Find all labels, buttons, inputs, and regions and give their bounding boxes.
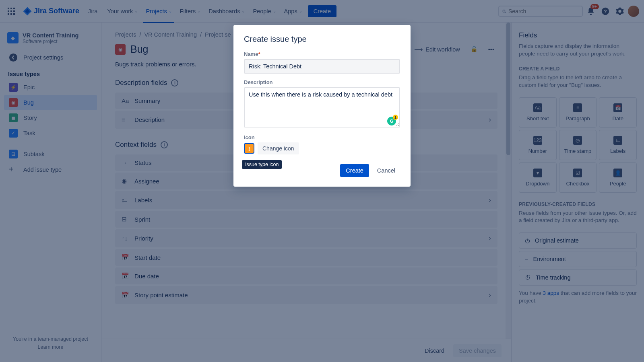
icon-label: Icon (244, 134, 400, 140)
modal-title: Create issue type (244, 35, 400, 44)
change-icon-button[interactable]: Change icon (258, 142, 299, 154)
issue-type-icon-preview[interactable]: ! (244, 143, 254, 154)
modal-cancel-button[interactable]: Cancel (372, 164, 400, 177)
icon-tooltip: Issue type icon (242, 160, 282, 169)
description-label: Description (244, 79, 400, 85)
modal-create-button[interactable]: Create (340, 164, 369, 177)
name-input[interactable] (244, 59, 400, 74)
create-issue-type-modal: Create issue type Name* Description Use … (233, 25, 411, 187)
grammarly-icon[interactable]: G (387, 117, 396, 125)
name-label: Name* (244, 51, 400, 57)
description-input[interactable]: Use this when there is a risk caused by … (244, 87, 400, 128)
modal-scrim[interactable]: Create issue type Name* Description Use … (0, 0, 644, 362)
